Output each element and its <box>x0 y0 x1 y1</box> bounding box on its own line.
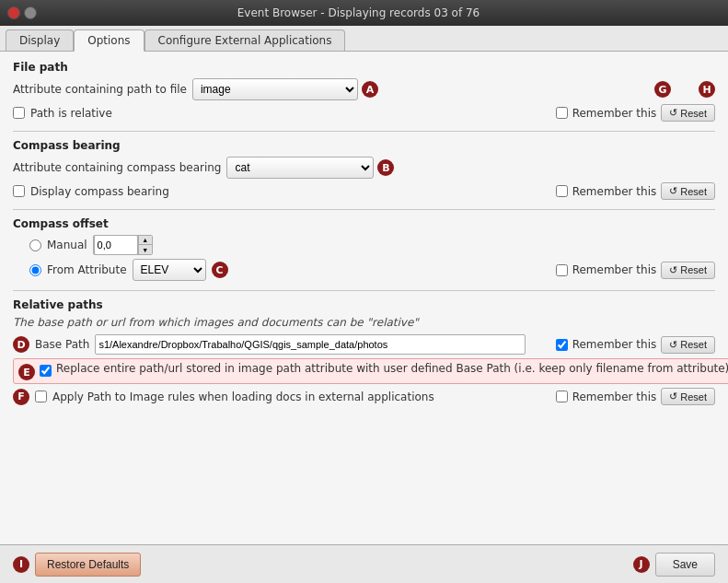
offset-fromattr-label: From Attribute <box>47 263 127 276</box>
relative-replace-checkbox[interactable] <box>40 365 52 377</box>
spinner-up-button[interactable]: ▲ <box>139 236 152 245</box>
compass-display-checkbox[interactable] <box>13 185 25 197</box>
sep-3 <box>13 290 715 291</box>
restore-defaults-button[interactable]: Restore Defaults <box>35 553 141 577</box>
basepath-reset-icon: ↺ <box>669 339 677 351</box>
offset-manual-row: Manual ▲ ▼ Remember this ↺ Reset <box>13 235 715 255</box>
offset-remember-label: Remember this <box>572 263 657 276</box>
relative-replace-row: E Replace entire path/url stored in imag… <box>13 358 715 384</box>
offset-fromattr-radio[interactable] <box>29 264 41 276</box>
bottom-bar: I Restore Defaults J Save <box>0 544 728 583</box>
sep-1 <box>13 131 715 132</box>
offset-manual-label: Manual <box>47 239 87 251</box>
relative-basepath-row: D Base Path Remember this ↺ Reset <box>13 334 715 355</box>
tab-display[interactable]: Display <box>6 29 74 51</box>
offset-manual-input[interactable] <box>94 235 138 255</box>
filepath-remember-label: Remember this <box>572 107 657 120</box>
filepath-section: File path Attribute containing path to f… <box>13 61 715 122</box>
compass-reset-icon: ↺ <box>669 185 677 197</box>
relative-basepath-remember-label: Remember this <box>572 338 657 351</box>
offset-manual-spinner[interactable]: ▲ ▼ <box>93 235 153 255</box>
offset-manual-radio[interactable] <box>29 239 41 251</box>
filepath-title: File path <box>13 61 715 74</box>
spinner-down-button[interactable]: ▼ <box>139 245 152 254</box>
offset-section: Compass offset Manual ▲ ▼ Remember this … <box>13 217 715 281</box>
filepath-remember-checkbox[interactable] <box>556 107 568 119</box>
filepath-attr-label: Attribute containing path to file <box>13 83 187 96</box>
filepath-relative-label: Path is relative <box>30 107 112 120</box>
window-controls[interactable] <box>7 6 37 19</box>
filepath-relative-checkbox[interactable] <box>13 107 25 119</box>
offset-fromattr-select[interactable]: ELEV <box>133 259 206 281</box>
relative-basepath-remember-checkbox[interactable] <box>556 339 568 351</box>
compass-remember-checkbox[interactable] <box>556 185 568 197</box>
badge-d: D <box>13 336 29 353</box>
compass-section: Compass bearing Attribute containing com… <box>13 139 715 200</box>
window-title: Event Browser - Displaying records 03 of… <box>42 6 675 19</box>
badge-e: E <box>18 364 35 380</box>
sep-2 <box>13 209 715 210</box>
offset-title: Compass offset <box>13 217 715 230</box>
badge-g: G <box>654 81 671 98</box>
filepath-relative-row: Path is relative Remember this ↺ ↺ Reset <box>13 104 715 122</box>
badge-i: I <box>13 556 29 573</box>
badge-b: B <box>377 159 394 176</box>
offset-reset-button[interactable]: ↺ Reset <box>661 262 715 279</box>
relative-basepath-label: Base Path <box>35 338 89 351</box>
relative-replace-label: Replace entire path/url stored in image … <box>56 362 728 377</box>
relative-apply-checkbox[interactable] <box>35 391 47 402</box>
compass-display-row: Display compass bearing Remember this ↺ … <box>13 182 715 200</box>
minimize-button[interactable] <box>24 6 37 19</box>
reset-icon: ↺ <box>669 107 677 119</box>
save-button[interactable]: Save <box>655 553 715 577</box>
badge-a: A <box>362 81 378 98</box>
offset-reset-icon: ↺ <box>669 264 677 276</box>
tab-bar: Display Options Configure External Appli… <box>0 26 728 52</box>
compass-display-label: Display compass bearing <box>30 185 169 198</box>
offset-fromattr-row: From Attribute ELEV C Remember this ↺ Re… <box>13 259 715 281</box>
apply-reset-icon: ↺ <box>669 391 677 402</box>
relative-section: Relative paths The base path or url from… <box>13 298 715 405</box>
close-button[interactable] <box>7 6 20 19</box>
relative-apply-remember-checkbox[interactable] <box>556 391 568 402</box>
compass-attr-select[interactable]: cat <box>226 157 374 179</box>
relative-apply-label: Apply Path to Image rules when loading d… <box>52 391 434 403</box>
relative-apply-remember-label: Remember this <box>572 391 657 403</box>
badge-c: C <box>212 262 228 278</box>
filepath-reset-button[interactable]: ↺ ↺ Reset <box>661 104 715 122</box>
badge-f: F <box>13 389 29 405</box>
badge-h: H <box>699 81 715 98</box>
badge-j: J <box>633 556 650 573</box>
titlebar: Event Browser - Displaying records 03 of… <box>0 0 728 26</box>
compass-reset-button[interactable]: ↺ Reset <box>661 182 715 200</box>
relative-basepath-input[interactable] <box>95 334 526 355</box>
relative-basepath-reset-button[interactable]: ↺ Reset <box>661 336 715 354</box>
compass-title: Compass bearing <box>13 139 715 152</box>
relative-apply-row: F Apply Path to Image rules when loading… <box>13 388 715 405</box>
relative-desc: The base path or url from which images a… <box>13 316 715 329</box>
compass-remember-label: Remember this <box>572 185 657 198</box>
main-content: File path Attribute containing path to f… <box>0 52 728 581</box>
compass-attr-label: Attribute containing compass bearing <box>13 161 221 174</box>
filepath-attr-select[interactable]: image <box>192 78 358 100</box>
tab-options[interactable]: Options <box>74 29 144 52</box>
offset-remember-checkbox[interactable] <box>556 264 568 276</box>
relative-apply-reset-button[interactable]: ↺ Reset <box>661 388 715 405</box>
tab-configure[interactable]: Configure External Applications <box>144 29 346 51</box>
relative-title: Relative paths <box>13 298 715 311</box>
